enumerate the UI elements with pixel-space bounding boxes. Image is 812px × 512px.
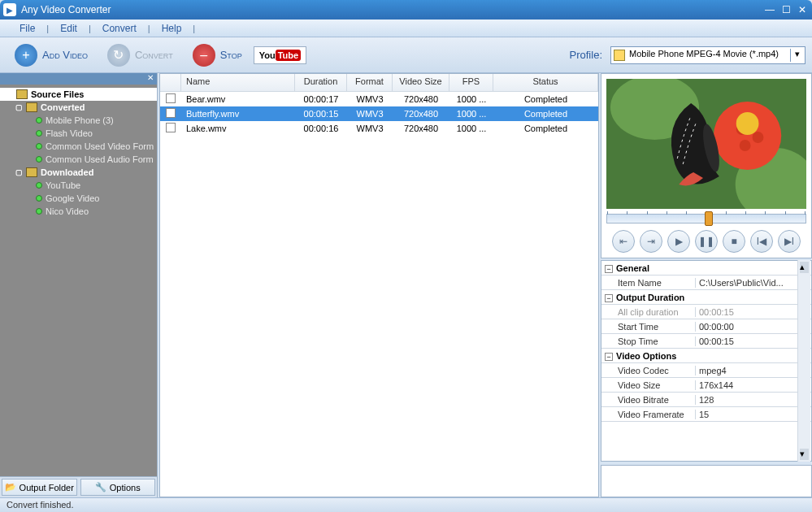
col-duration[interactable]: Duration xyxy=(295,74,347,91)
cell-size: 720x480 xyxy=(393,124,449,133)
prop-key: Video Size xyxy=(601,380,695,390)
prop-section[interactable]: −General xyxy=(601,263,649,273)
prop-value[interactable]: 15 xyxy=(695,410,811,419)
dot-icon xyxy=(36,156,42,163)
folder-icon xyxy=(26,167,37,177)
scrollbar[interactable]: ▴▾ xyxy=(797,260,810,462)
menu-convert[interactable]: Convert xyxy=(91,23,148,34)
youtube-button[interactable]: YouTube xyxy=(254,46,306,64)
cell-status: Completed xyxy=(493,94,598,104)
convert-button[interactable]: ↻Convert xyxy=(99,41,181,70)
dot-icon xyxy=(36,182,42,189)
chevron-down-icon: ▾ xyxy=(790,49,803,62)
prop-key: Video Codec xyxy=(601,366,695,375)
file-list: Name Duration Format Video Size FPS Stat… xyxy=(159,73,599,497)
stop-playback-button[interactable]: ■ xyxy=(723,230,745,253)
prop-row[interactable]: Item NameC:\Users\Public\Vid... xyxy=(601,276,811,290)
tree-downloaded[interactable]: ▢Downloaded xyxy=(0,166,157,179)
prop-key: Stop Time xyxy=(601,336,695,346)
prev-button[interactable]: I◀ xyxy=(750,230,773,253)
source-tree: Source Files ▢Converted Mobile Phone (3)… xyxy=(0,85,157,476)
properties-panel: −GeneralItem NameC:\Users\Public\Vid...−… xyxy=(601,260,812,462)
prop-row[interactable]: Video Codecmpeg4 xyxy=(601,363,811,378)
svg-point-5 xyxy=(753,132,764,143)
play-button[interactable]: ▶ xyxy=(667,230,690,253)
svg-point-3 xyxy=(714,102,781,170)
tree-flash-video[interactable]: Flash Video xyxy=(0,127,157,140)
profile-select[interactable]: Mobile Phone MPEG-4 Movie (*.mp4) ▾ xyxy=(610,46,805,64)
menu-edit[interactable]: Edit xyxy=(49,23,89,34)
cell-duration: 00:00:16 xyxy=(295,124,347,133)
table-header: Name Duration Format Video Size FPS Stat… xyxy=(160,74,598,92)
prop-value[interactable]: 128 xyxy=(695,395,811,405)
col-name[interactable]: Name xyxy=(181,74,295,91)
table-row[interactable]: Bear.wmv00:00:17WMV3720x4801000 ...Compl… xyxy=(160,92,598,106)
add-video-button[interactable]: +Add Video xyxy=(7,41,96,70)
minimize-button[interactable]: — xyxy=(763,4,776,15)
tree-nico-video[interactable]: Nico Video xyxy=(0,205,157,218)
options-button[interactable]: 🔧Options xyxy=(80,479,156,496)
menu-file[interactable]: File xyxy=(8,23,46,34)
prop-key: Item Name xyxy=(601,278,695,288)
prop-row[interactable]: Stop Time00:00:15 xyxy=(601,334,811,349)
folder-icon xyxy=(26,102,37,112)
dot-icon xyxy=(36,130,42,137)
col-format[interactable]: Format xyxy=(347,74,393,91)
row-checkbox[interactable] xyxy=(166,123,176,132)
tree-mobile-phone[interactable]: Mobile Phone (3) xyxy=(0,114,157,127)
tree-youtube[interactable]: YouTube xyxy=(0,179,157,192)
next-button[interactable]: ▶I xyxy=(778,230,801,253)
menu-bar: File| Edit| Convert| Help| xyxy=(0,20,812,37)
output-folder-button[interactable]: 📂Output Folder xyxy=(2,479,77,496)
cell-format: WMV3 xyxy=(347,109,393,119)
prop-row[interactable]: All clip duration00:00:15 xyxy=(601,305,811,319)
table-row[interactable]: Butterfly.wmv00:00:15WMV3720x4801000 ...… xyxy=(160,106,598,121)
prop-section[interactable]: −Video Options xyxy=(601,351,676,361)
col-status[interactable]: Status xyxy=(493,74,598,91)
folder-icon xyxy=(16,89,28,99)
maximize-button[interactable]: ☐ xyxy=(779,4,792,15)
row-checkbox[interactable] xyxy=(166,108,176,118)
slider-thumb[interactable] xyxy=(705,211,713,226)
prop-value[interactable]: 176x144 xyxy=(695,380,811,390)
dot-icon xyxy=(36,143,42,150)
tree-google-video[interactable]: Google Video xyxy=(0,192,157,205)
prop-key: Video Framerate xyxy=(601,410,695,419)
cell-name: Bear.wmv xyxy=(181,94,295,104)
prop-row[interactable]: Video Bitrate128 xyxy=(601,393,811,407)
prop-value[interactable]: 00:00:15 xyxy=(695,336,811,346)
col-fps[interactable]: FPS xyxy=(449,74,493,91)
pause-button[interactable]: ❚❚ xyxy=(695,230,718,253)
sidebar-close[interactable]: ✕ xyxy=(0,73,157,85)
col-videosize[interactable]: Video Size xyxy=(393,74,449,91)
col-checkbox[interactable] xyxy=(160,74,181,91)
stop-icon: – xyxy=(193,44,215,67)
preview-slider[interactable] xyxy=(606,214,806,223)
prop-value[interactable]: mpeg4 xyxy=(695,366,811,375)
tree-source-files[interactable]: Source Files xyxy=(0,88,157,101)
prop-row[interactable]: Start Time00:00:00 xyxy=(601,319,811,334)
mark-out-button[interactable]: ⇥ xyxy=(640,230,662,253)
table-row[interactable]: Lake.wmv00:00:16WMV3720x4801000 ...Compl… xyxy=(160,121,598,136)
prop-value[interactable]: C:\Users\Public\Vid... xyxy=(695,278,811,288)
tree-common-audio[interactable]: Common Used Audio Form xyxy=(0,153,157,166)
preview-image xyxy=(606,79,806,209)
prop-section[interactable]: −Output Duration xyxy=(601,293,684,302)
folder-icon: 📂 xyxy=(5,482,16,492)
tree-common-video[interactable]: Common Used Video Form xyxy=(0,140,157,153)
cell-status: Completed xyxy=(493,109,598,119)
menu-help[interactable]: Help xyxy=(150,23,193,34)
prop-value[interactable]: 00:00:00 xyxy=(695,322,811,332)
prop-row[interactable]: Video Framerate15 xyxy=(601,407,811,422)
row-checkbox[interactable] xyxy=(166,93,176,103)
tree-converted[interactable]: ▢Converted xyxy=(0,101,157,114)
sidebar: ✕ Source Files ▢Converted Mobile Phone (… xyxy=(0,73,158,497)
cell-format: WMV3 xyxy=(347,94,393,104)
cell-status: Completed xyxy=(493,124,598,133)
close-button[interactable]: ✕ xyxy=(796,4,809,15)
prop-row[interactable]: Video Size176x144 xyxy=(601,378,811,393)
mark-in-button[interactable]: ⇤ xyxy=(612,230,635,253)
preview-panel: ⇤ ⇥ ▶ ❚❚ ■ I◀ ▶I xyxy=(601,73,812,258)
prop-value[interactable]: 00:00:15 xyxy=(695,307,811,317)
stop-button[interactable]: –Stop xyxy=(185,41,250,70)
